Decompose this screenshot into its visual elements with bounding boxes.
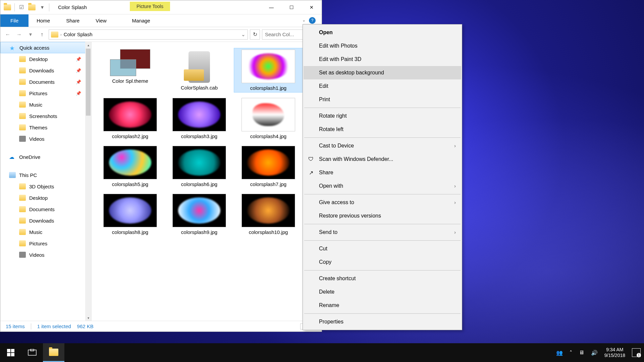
clock[interactable]: 9:34 AM 9/15/2018 [604, 347, 625, 359]
menu-item-restore-previous-versions[interactable]: Restore previous versions [304, 209, 461, 223]
menu-item-create-shortcut[interactable]: Create shortcut [304, 272, 461, 285]
breadcrumb-dropdown-icon[interactable]: ⌄ [241, 32, 246, 38]
menu-item-edit-with-photos[interactable]: Edit with Photos [304, 39, 461, 53]
sidebar-item-videos[interactable]: Videos [0, 133, 91, 144]
file-item[interactable]: Color Spl.theme [96, 48, 165, 93]
sidebar-item-videos[interactable]: Videos [0, 249, 91, 260]
back-button[interactable]: ← [3, 30, 12, 39]
menu-item-properties[interactable]: Properties [304, 315, 461, 328]
sidebar-item-documents[interactable]: Documents📌 [0, 76, 91, 87]
folder-icon [19, 218, 26, 224]
sidebar-item-3d-objects[interactable]: 3D Objects [0, 181, 91, 192]
volume-icon[interactable]: 🔊 [591, 350, 598, 356]
menu-item-print[interactable]: Print [304, 93, 461, 106]
file-item[interactable]: colorsplash10.jpg [234, 192, 303, 236]
file-item[interactable]: colorsplash7.jpg [234, 144, 303, 188]
help-icon[interactable]: ? [309, 17, 316, 24]
scroll-down-icon[interactable]: ▾ [85, 315, 91, 321]
sidebar-item-label: 3D Objects [29, 184, 54, 189]
action-center-icon[interactable] [632, 348, 641, 357]
up-button[interactable]: ↑ [37, 30, 47, 39]
menu-item-rotate-left[interactable]: Rotate left [304, 123, 461, 136]
file-item[interactable]: colorsplash9.jpg [165, 192, 234, 236]
file-item[interactable]: colorsplash4.jpg [234, 97, 303, 140]
menu-item-set-as-desktop-background[interactable]: Set as desktop background [304, 66, 461, 79]
start-button[interactable] [0, 343, 21, 362]
scroll-up-icon[interactable]: ▴ [85, 42, 91, 48]
network-icon[interactable]: 🖥 [579, 350, 584, 356]
menu-item-label: Share [319, 170, 333, 176]
taskbar-file-explorer[interactable] [43, 343, 64, 362]
file-thumbnail [241, 98, 295, 131]
sidebar-item-desktop[interactable]: Desktop📌 [0, 53, 91, 65]
menu-item-label: Restore previous versions [319, 213, 381, 219]
scrollbar[interactable]: ▴ ▾ [85, 42, 91, 321]
menu-item-open[interactable]: Open [304, 26, 461, 39]
tab-view[interactable]: View [88, 14, 114, 27]
tab-file[interactable]: File [0, 14, 29, 27]
menu-item-edit[interactable]: Edit [304, 79, 461, 93]
file-item[interactable]: colorsplash5.jpg [96, 144, 165, 188]
menu-separator [304, 194, 461, 194]
tab-home[interactable]: Home [29, 14, 58, 27]
task-view-icon [28, 349, 37, 356]
people-icon[interactable]: 👥 [556, 350, 563, 356]
refresh-button[interactable]: ↻ [250, 29, 260, 40]
maximize-button[interactable]: ☐ [281, 0, 302, 14]
sidebar-item-pictures[interactable]: Pictures📌 [0, 87, 91, 99]
menu-item-open-with[interactable]: Open with› [304, 179, 461, 193]
menu-item-give-access-to[interactable]: Give access to› [304, 196, 461, 209]
menu-item-rename[interactable]: Rename [304, 299, 461, 312]
sidebar-item-music[interactable]: Music [0, 99, 91, 110]
sidebar-item-desktop[interactable]: Desktop [0, 192, 91, 203]
menu-item-cast-to-device[interactable]: Cast to Device› [304, 139, 461, 153]
file-item[interactable]: colorsplash2.jpg [96, 97, 165, 140]
menu-item-edit-with-paint-3d[interactable]: Edit with Paint 3D [304, 53, 461, 66]
sidebar-item-label: Screenshots [29, 113, 57, 119]
sidebar-item-label: Desktop [29, 195, 48, 201]
sidebar-item-music[interactable]: Music [0, 226, 91, 238]
tray-chevron-icon[interactable]: ˄ [570, 350, 572, 356]
file-item[interactable]: colorsplash1.jpg [234, 48, 303, 93]
sidebar-item-themes[interactable]: Themes [0, 122, 91, 133]
menu-item-send-to[interactable]: Send to› [304, 226, 461, 239]
qat-properties-icon[interactable]: ☑ [18, 4, 25, 11]
file-item[interactable]: ColorSplash.cab [165, 48, 234, 93]
menu-item-copy[interactable]: Copy [304, 255, 461, 269]
menu-item-rotate-right[interactable]: Rotate right [304, 109, 461, 123]
sidebar-item-screenshots[interactable]: Screenshots [0, 110, 91, 122]
minimize-button[interactable]: — [261, 0, 281, 14]
menu-item-cut[interactable]: Cut [304, 242, 461, 255]
qat-new-folder-icon[interactable] [28, 4, 36, 10]
sidebar-item-documents[interactable]: Documents [0, 203, 91, 215]
file-thumbnail [172, 98, 226, 131]
scroll-thumb[interactable] [86, 49, 91, 116]
close-button[interactable]: ✕ [302, 0, 322, 14]
recent-dropdown-icon[interactable]: ▾ [26, 30, 35, 39]
titlebar[interactable]: ☑ ▾ Color Splash Picture Tools — ☐ ✕ [0, 0, 322, 14]
sidebar-item-downloads[interactable]: Downloads [0, 215, 91, 226]
qat-dropdown-icon[interactable]: ▾ [39, 4, 46, 11]
menu-item-delete[interactable]: Delete [304, 285, 461, 299]
tab-share[interactable]: Share [58, 14, 88, 27]
task-view-button[interactable] [21, 343, 43, 362]
sidebar-item-downloads[interactable]: Downloads📌 [0, 65, 91, 76]
breadcrumb[interactable]: › Color Splash ⌄ [49, 29, 248, 40]
menu-item-scan-with-windows-defender[interactable]: 🛡Scan with Windows Defender... [304, 153, 461, 166]
sidebar-item-pictures[interactable]: Pictures [0, 238, 91, 249]
ribbon-collapse-icon[interactable]: ⌄ [302, 18, 306, 22]
sidebar-item-this-pc[interactable]: This PC [0, 169, 91, 181]
pin-icon: 📌 [76, 57, 81, 62]
picture-tools-tab[interactable]: Picture Tools [130, 2, 170, 11]
forward-button[interactable]: → [14, 30, 24, 39]
file-item[interactable]: colorsplash3.jpg [165, 97, 234, 140]
file-item[interactable]: colorsplash8.jpg [96, 192, 165, 236]
menu-item-share[interactable]: ↗Share [304, 166, 461, 179]
sidebar-item-quick-access[interactable]: ★Quick access [0, 42, 91, 53]
breadcrumb-item[interactable]: Color Splash [64, 32, 93, 37]
sidebar-item-onedrive[interactable]: ☁OneDrive [0, 151, 91, 163]
menu-item-label: Give access to [319, 199, 354, 205]
tab-manage[interactable]: Manage [124, 14, 158, 27]
chevron-right-icon[interactable]: › [60, 33, 62, 37]
file-item[interactable]: colorsplash6.jpg [165, 144, 234, 188]
